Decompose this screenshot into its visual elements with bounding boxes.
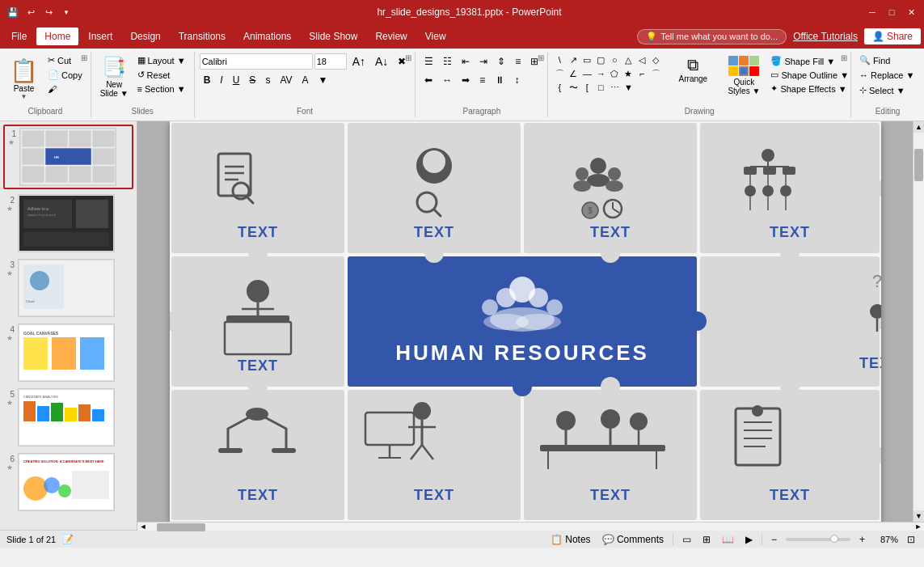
shape-arrow2[interactable]: → (594, 67, 607, 80)
scroll-thumb[interactable] (914, 149, 923, 181)
menu-review[interactable]: Review (367, 28, 415, 45)
clipboard-expand-icon[interactable]: ⊞ (81, 53, 87, 62)
menu-transitions[interactable]: Transitions (171, 28, 234, 45)
scroll-track[interactable] (913, 133, 924, 510)
shape-diamond[interactable]: ◇ (649, 53, 662, 66)
zoom-in-btn[interactable]: + (857, 533, 867, 546)
shape-rtriangle[interactable]: ◁ (635, 53, 648, 66)
shape-bracket[interactable]: [ (580, 81, 593, 94)
shape-triangle[interactable]: △ (622, 53, 635, 66)
zoom-out-btn[interactable]: − (769, 533, 779, 546)
save-icon[interactable]: 💾 (6, 6, 19, 19)
shape-custom1[interactable]: ⌐ (635, 67, 648, 80)
underline-btn[interactable]: U (229, 72, 244, 88)
notes-button[interactable]: 📋 Notes (548, 533, 593, 546)
minimize-icon[interactable]: ─ (866, 6, 879, 19)
shape-rect[interactable]: ▭ (580, 53, 593, 66)
paragraph-expand-icon[interactable]: ⊞ (538, 53, 544, 62)
paste-button[interactable]: 📋 Paste ▼ (5, 53, 43, 104)
line-spacing-btn[interactable]: ↕ (510, 72, 523, 88)
reset-button[interactable]: ↺ Reset (134, 68, 189, 82)
shape-wave[interactable]: 〜 (567, 81, 580, 94)
close-icon[interactable]: ✕ (905, 6, 918, 19)
col-btn[interactable]: ⏸ (491, 72, 508, 88)
h-scroll-thumb[interactable] (157, 523, 205, 531)
font-size-input[interactable] (314, 53, 347, 70)
shape-effects-button[interactable]: ✦ Shape Effects ▼ (766, 83, 854, 95)
decrease-indent-btn[interactable]: ⇤ (458, 53, 474, 70)
menu-animations[interactable]: Animations (235, 28, 299, 45)
scroll-left-btn[interactable]: ◄ (137, 523, 149, 531)
menu-design[interactable]: Design (122, 28, 168, 45)
shadow-btn[interactable]: s (261, 72, 274, 88)
font-color-btn[interactable]: A (298, 72, 313, 88)
scroll-down-btn[interactable]: ▼ (913, 510, 924, 522)
shapes-dropdown[interactable]: ▼ (622, 81, 635, 94)
copy-button[interactable]: 📄 Copy (44, 68, 86, 82)
increase-font-btn[interactable]: A↑ (348, 53, 369, 70)
layout-button[interactable]: ▦ Layout ▼ (134, 53, 189, 67)
paste-dropdown[interactable]: ▼ (21, 93, 27, 100)
shape-curve[interactable]: ⌒ (553, 67, 566, 80)
quick-styles-button[interactable]: QuickStyles ▼ (724, 53, 764, 104)
drawing-expand-icon[interactable]: ⊞ (841, 53, 847, 62)
replace-button[interactable]: ↔ Replace ▼ (856, 69, 918, 82)
tell-me-box[interactable]: 💡 Tell me what you want to do... (637, 29, 787, 44)
text-direction-btn[interactable]: ⇕ (493, 53, 509, 70)
select-button[interactable]: ⊹ Select ▼ (856, 83, 909, 97)
menu-home[interactable]: Home (36, 28, 78, 45)
slide-thumb-2[interactable]: 2 ★ Adhere to a stages of your work (3, 193, 133, 254)
undo-icon[interactable]: ↩ (24, 6, 37, 19)
zoom-slider[interactable] (786, 538, 850, 541)
zoom-level[interactable]: 87% (874, 535, 898, 544)
h-scroll-track[interactable] (149, 523, 913, 531)
shape-outline-button[interactable]: ▭ Shape Outline ▼ (766, 69, 854, 81)
slide-sorter-btn[interactable]: ⊞ (700, 533, 713, 546)
shape-line2[interactable]: — (580, 67, 593, 80)
vertical-scrollbar[interactable]: ▲ ▼ (913, 121, 924, 522)
tell-me-text[interactable]: Tell me what you want to do... (660, 32, 778, 41)
align-center-btn[interactable]: ↔ (438, 72, 456, 88)
fit-slide-btn[interactable]: ⊡ (905, 533, 918, 546)
shape-line[interactable]: \ (553, 53, 566, 66)
section-button[interactable]: ≡ Section ▼ (134, 83, 189, 95)
align-left-btn[interactable]: ⬅ (420, 72, 437, 88)
align-right-btn[interactable]: ➡ (458, 72, 474, 88)
new-slide-button[interactable]: 📑 NewSlide ▼ (96, 53, 133, 104)
shape-polygon[interactable]: ⬠ (608, 67, 621, 80)
increase-indent-btn[interactable]: ⇥ (475, 53, 492, 70)
shape-angle[interactable]: ∠ (567, 67, 580, 80)
justify-btn[interactable]: ≡ (475, 72, 489, 88)
office-tutorials-link[interactable]: Office Tutorials (793, 31, 858, 42)
italic-btn[interactable]: I (216, 72, 226, 88)
customize-icon[interactable]: ▼ (60, 6, 73, 19)
slide-thumb-1[interactable]: 1 ★ HR (3, 125, 133, 189)
menu-slideshow[interactable]: Slide Show (301, 28, 365, 45)
shape-star[interactable]: ★ (622, 67, 635, 80)
slide-thumb-6[interactable]: 6 ★ CREATING SOLUTION: A CANDIDATE'S MUS… (3, 451, 133, 513)
shape-more[interactable]: ⋯ (608, 81, 621, 94)
arrange-button[interactable]: ⧉ Arrange (673, 53, 713, 104)
slide-canvas[interactable]: TEXT TEXT (170, 121, 881, 522)
reading-view-btn[interactable]: 📖 (719, 533, 736, 546)
scroll-right-btn[interactable]: ► (913, 523, 924, 531)
share-button[interactable]: 👤 Share (864, 28, 921, 44)
bold-btn[interactable]: B (200, 72, 215, 88)
numbering-btn[interactable]: ☷ (439, 53, 456, 70)
slide-thumb-5[interactable]: 5 ★ CANDIDATE ANALYSIS (3, 387, 133, 448)
shape-callout[interactable]: □ (594, 81, 607, 94)
bullets-btn[interactable]: ☰ (420, 53, 437, 70)
align-text-btn[interactable]: ≡ (511, 53, 525, 70)
shape-rounded-rect[interactable]: ▢ (594, 53, 607, 66)
menu-insert[interactable]: Insert (80, 28, 120, 45)
shape-circle[interactable]: ○ (608, 53, 621, 66)
decrease-font-btn[interactable]: A↓ (371, 53, 392, 70)
horizontal-scrollbar[interactable]: ◄ ► (137, 522, 924, 531)
slide-thumb-3[interactable]: 3 ★ Cloud (3, 257, 133, 319)
strikethrough-btn[interactable]: S (245, 72, 259, 88)
menu-view[interactable]: View (417, 28, 454, 45)
redo-icon[interactable]: ↪ (42, 6, 55, 19)
find-button[interactable]: 🔍 Find (856, 53, 893, 67)
comments-button[interactable]: 💬 Comments (600, 533, 666, 546)
format-painter-button[interactable]: 🖌 (44, 83, 86, 95)
